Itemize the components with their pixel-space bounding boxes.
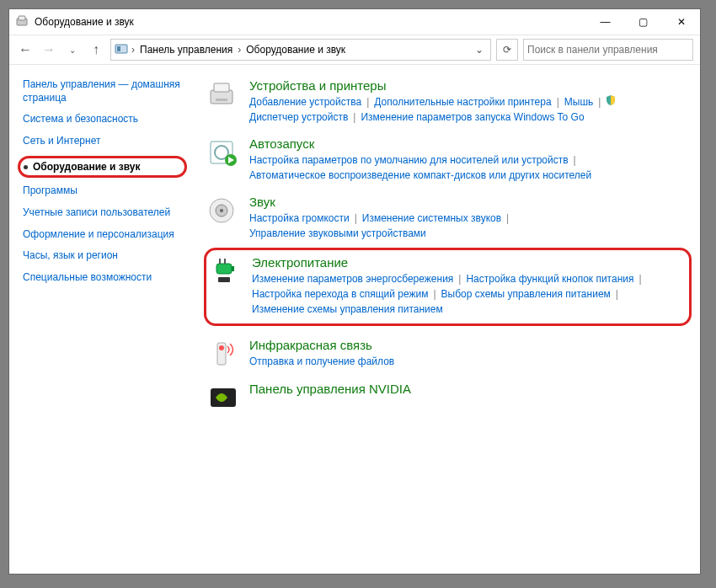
sidebar-item-accessibility[interactable]: Специальные возможности [23,271,187,285]
nvidia-icon [207,382,239,414]
svg-rect-6 [216,99,227,101]
link-default-media[interactable]: Настройка параметров по умолчанию для но… [249,152,569,168]
category-title[interactable]: Устройства и принтеры [249,78,685,93]
link-volume[interactable]: Настройка громкости [249,211,350,226]
category-links: Изменение параметров энергосбережения| Н… [252,271,682,317]
sidebar-item-accounts[interactable]: Учетные записи пользователей [23,206,187,220]
up-button[interactable]: ↑ [87,40,105,59]
sidebar-item-clock[interactable]: Часы, язык и регион [23,249,187,263]
infrared-icon [207,338,239,370]
sidebar: Панель управления — домашняя страница Си… [9,65,192,574]
link-device-manager[interactable]: Диспетчер устройств [249,110,348,125]
category-title[interactable]: Автозапуск [249,136,685,151]
link-sleep-settings[interactable]: Настройка перехода в спящий режим [252,286,428,302]
sidebar-item-programs[interactable]: Программы [23,184,187,198]
svg-rect-16 [218,277,230,282]
power-icon [210,255,242,287]
breadcrumb-root-icon [115,42,128,58]
autoplay-icon [207,136,239,168]
sidebar-item-label: Оборудование и звук [33,161,141,173]
chevron-right-icon: › [131,44,135,56]
search-input[interactable] [524,44,692,56]
sidebar-item-security[interactable]: Система и безопасность [23,113,187,126]
chevron-right-icon: › [238,44,241,56]
breadcrumb[interactable]: › Панель управления › Оборудование и зву… [110,39,491,61]
category-title[interactable]: Панель управления NVIDIA [249,382,685,396]
breadcrumb-dropdown-icon[interactable]: ⌄ [472,44,487,56]
category-sound: Звук Настройка громкости| Изменение сист… [207,195,685,241]
history-dropdown[interactable]: ⌄ [63,40,82,59]
link-auto-play-cd[interactable]: Автоматическое воспроизведение компакт-д… [249,168,591,183]
sidebar-item-appearance[interactable]: Оформление и персонализация [23,228,187,242]
link-choose-plan[interactable]: Выбор схемы управления питанием [441,286,611,302]
link-windows-to-go[interactable]: Изменение параметров запуска Windows To … [361,110,584,125]
category-links: Отправка и получение файлов [249,354,685,369]
sidebar-item-network[interactable]: Сеть и Интернет [23,135,187,148]
minimize-button[interactable]: — [586,9,624,35]
link-edit-plan[interactable]: Изменение схемы управления питанием [252,302,443,317]
back-button[interactable]: ← [16,40,35,59]
window-buttons: — ▢ ✕ [586,9,700,35]
search-box[interactable] [523,39,693,61]
category-autoplay: Автозапуск Настройка параметров по умолч… [207,136,685,183]
navbar: ← → ⌄ ↑ › Панель управления › Оборудован… [9,35,700,65]
link-power-buttons[interactable]: Настройка функций кнопок питания [466,271,633,286]
category-title[interactable]: Инфракрасная связь [249,338,685,352]
breadcrumb-item-root[interactable]: Панель управления [138,44,234,56]
content-area: Панель управления — домашняя страница Си… [9,65,700,574]
sidebar-home[interactable]: Панель управления — домашняя страница [23,78,187,104]
svg-point-18 [219,345,224,350]
category-devices: Устройства и принтеры Добавление устройс… [207,78,685,125]
link-printer-settings[interactable]: Дополнительные настройки принтера [374,94,551,110]
sidebar-item-hardware-selected[interactable]: Оборудование и звук [18,156,187,178]
link-audio-devices[interactable]: Управление звуковыми устройствами [249,226,426,241]
highlight-power: Электропитание Изменение параметров энер… [204,248,692,326]
window-title: Оборудование и звук [35,16,586,28]
svg-rect-1 [19,16,25,20]
devices-icon [207,78,239,110]
svg-point-13 [220,209,223,212]
link-add-device[interactable]: Добавление устройства [249,94,361,110]
category-title[interactable]: Электропитание [252,255,682,270]
category-links: Добавление устройства| Дополнительные на… [249,94,685,125]
bullet-icon [24,165,28,169]
category-title[interactable]: Звук [249,195,685,209]
svg-rect-15 [232,266,234,271]
control-panel-window: Оборудование и звук — ▢ ✕ ← → ⌄ ↑ › Пане… [8,8,701,575]
link-power-saving[interactable]: Изменение параметров энергосбережения [252,271,453,286]
breadcrumb-item-current[interactable]: Оборудование и звук [244,44,347,56]
category-links: Настройка параметров по умолчанию для но… [249,152,685,183]
svg-rect-14 [216,264,232,274]
forward-button[interactable]: → [40,40,58,59]
category-nvidia: Панель управления NVIDIA [207,382,685,414]
refresh-button[interactable]: ⟳ [496,39,518,61]
category-power: Электропитание Изменение параметров энер… [210,255,682,317]
title-icon [16,14,29,30]
svg-rect-3 [117,46,120,51]
main-panel: Устройства и принтеры Добавление устройс… [192,65,700,574]
shield-icon [606,94,616,110]
svg-rect-5 [214,83,229,92]
category-infrared: Инфракрасная связь Отправка и получение … [207,338,685,370]
category-links: Настройка громкости| Изменение системных… [249,211,685,241]
link-mouse[interactable]: Мышь [564,94,594,110]
maximize-button[interactable]: ▢ [624,9,662,35]
link-system-sounds[interactable]: Изменение системных звуков [362,211,501,226]
titlebar: Оборудование и звук — ▢ ✕ [9,9,700,35]
close-button[interactable]: ✕ [662,9,700,35]
link-ir-send-receive[interactable]: Отправка и получение файлов [249,354,394,369]
sound-icon [207,195,239,227]
